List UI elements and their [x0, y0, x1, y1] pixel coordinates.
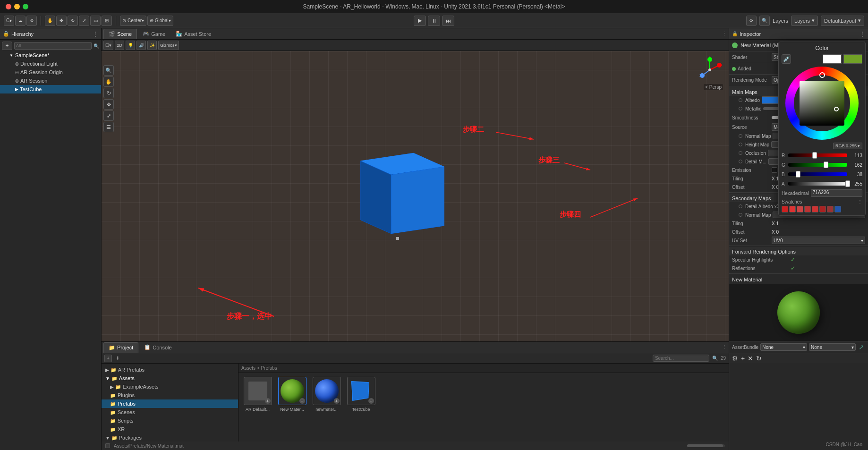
add-asset-btn[interactable]: + [104, 355, 112, 362]
scale-nav-btn[interactable]: ⤢ [103, 110, 114, 121]
scene-gizmos-btn[interactable]: Gizmos▾ [158, 41, 179, 50]
a-channel-track[interactable] [788, 182, 847, 186]
gizmo-widget[interactable]: Y X Z [696, 56, 724, 84]
zoom-in-btn[interactable]: 🔍 [103, 65, 114, 76]
pivot-btn[interactable]: ⊙ Center▾ [120, 16, 146, 26]
hierarchy-search-input[interactable]: All [14, 42, 92, 50]
play-button[interactable]: ▶ [414, 16, 426, 26]
inspector-delete-icon[interactable]: ✕ [748, 355, 753, 362]
maximize-button[interactable] [23, 4, 28, 9]
search-btn[interactable]: 🔍 [759, 16, 770, 26]
saturation-cursor[interactable] [834, 107, 839, 111]
asset-new-material[interactable]: + New Mater... [277, 377, 307, 412]
scene-fx-btn[interactable]: ✨ [147, 41, 157, 50]
hierarchy-scene-item[interactable]: ▼ SampleScene* [0, 51, 101, 59]
hand-tool[interactable]: ✋ [45, 16, 55, 26]
settings-btn[interactable]: ⚙ [26, 16, 37, 26]
tree-scenes[interactable]: 📁 Scenes [102, 408, 238, 416]
hierarchy-directional-light[interactable]: ◎ Directional Light [0, 59, 101, 68]
tree-example-assets[interactable]: ▶ 📁 ExampleAssets [102, 382, 238, 391]
swatch-red-4[interactable] [804, 206, 811, 212]
swatch-red-3[interactable] [797, 206, 803, 212]
layout-dropdown[interactable]: DefaultLayout ▾ [821, 16, 864, 26]
hierarchy-add-btn[interactable]: + [2, 42, 12, 50]
hue-ring[interactable] [785, 67, 859, 140]
layers-dropdown[interactable]: Layers ▾ [791, 16, 818, 26]
a-channel-thumb[interactable] [845, 180, 850, 187]
tree-xr[interactable]: 📁 XR [102, 425, 238, 433]
tab-scene[interactable]: 🎬 Scene [103, 29, 137, 39]
collab-btn[interactable]: ⟳ [746, 16, 757, 26]
tree-assets[interactable]: ▼ 📁 Assets [102, 374, 238, 382]
color-mode-dropdown[interactable]: RGB 0-255 ▾ [833, 143, 862, 149]
scene-audio-btn[interactable]: 🔊 [136, 41, 146, 50]
rotate-tool[interactable]: ↻ [68, 16, 78, 26]
scene-2d-btn[interactable]: 2D [115, 41, 124, 50]
hex-input[interactable]: 71A226 [811, 189, 862, 197]
inspector-settings-icon[interactable]: ⚙ [732, 355, 738, 362]
tree-packages[interactable]: ▼ 📁 Packages [102, 433, 238, 442]
multi-tool[interactable]: ⊞ [102, 16, 112, 26]
layers-nav-btn[interactable]: ☰ [103, 122, 114, 132]
eyedropper-btn[interactable]: 💉 [782, 54, 791, 64]
hierarchy-menu-icon[interactable]: ⋮ [93, 31, 98, 37]
b-channel-track[interactable] [788, 172, 847, 176]
scene-light-btn[interactable]: 💡 [126, 41, 135, 50]
step-button[interactable]: ⏭ [442, 16, 454, 26]
global-btn[interactable]: ⊕ Global▾ [147, 16, 173, 26]
reflections-check[interactable]: ✓ [791, 265, 795, 272]
tab-game[interactable]: 🎮 Game [138, 29, 170, 39]
minimize-button[interactable] [14, 4, 20, 9]
swatch-red-2[interactable] [789, 206, 796, 212]
hierarchy-ar-session-origin[interactable]: ◎ AR Session Origin [0, 68, 101, 76]
g-channel-track[interactable] [788, 163, 847, 167]
unity-menu-btn[interactable]: C▾ [4, 16, 14, 26]
swatches-menu-icon[interactable]: ⋮ [858, 199, 862, 204]
hand-nav-btn[interactable]: ✋ [103, 76, 114, 87]
g-channel-thumb[interactable] [824, 161, 828, 168]
emission-toggle[interactable] [772, 167, 777, 173]
asset-search-icon[interactable]: 🔍 [711, 355, 719, 362]
tab-asset-store[interactable]: 🏪 Asset Store [171, 29, 216, 39]
scale-tool[interactable]: ⤢ [79, 16, 89, 26]
tree-plugins[interactable]: 📁 Plugins [102, 391, 238, 399]
cloud-btn[interactable]: ☁ [15, 16, 26, 26]
move-tool[interactable]: ✥ [56, 16, 67, 26]
tree-ar-prefabs[interactable]: ▶ 📁 AR Prefabs [102, 365, 238, 374]
assetbundle-variant-dropdown[interactable]: None ▾ [809, 343, 856, 351]
b-channel-thumb[interactable] [796, 171, 800, 178]
swatch-blue-1[interactable] [834, 206, 841, 212]
swatch-red-7[interactable] [827, 206, 834, 212]
specular-check[interactable]: ✓ [791, 256, 795, 263]
r-channel-track[interactable] [788, 153, 847, 157]
hierarchy-ar-session[interactable]: ◎ AR Session [0, 76, 101, 85]
uv-set-dropdown[interactable]: UV0 ▾ [772, 237, 865, 244]
tab-console[interactable]: 📋 Console [139, 342, 176, 353]
asset-search-input[interactable] [653, 355, 709, 362]
move-nav-btn[interactable]: ✥ [103, 99, 114, 110]
swatch-red-1[interactable] [782, 206, 788, 212]
scene-draw-mode[interactable]: ☐▾ [103, 41, 113, 50]
rect-tool[interactable]: ▭ [90, 16, 101, 26]
pause-button[interactable]: ⏸ [428, 16, 440, 26]
asset-testcube[interactable]: + TestCube [346, 377, 376, 412]
inspector-refresh-icon[interactable]: ↻ [756, 355, 762, 362]
assetbundle-dropdown[interactable]: None ▾ [760, 343, 807, 351]
tree-scripts[interactable]: 📁 Scripts [102, 416, 238, 425]
tree-prefabs[interactable]: 📁 Prefabs [102, 399, 238, 408]
swatch-red-6[interactable] [819, 206, 826, 212]
scene-tab-menu[interactable]: ⋮ [722, 31, 727, 37]
r-channel-thumb[interactable] [812, 152, 817, 159]
swatch-red-5[interactable] [812, 206, 818, 212]
inspector-add-icon[interactable]: + [741, 355, 745, 362]
asset-newmater[interactable]: + newmater... [311, 377, 342, 412]
close-button[interactable] [6, 4, 11, 9]
tab-project[interactable]: 📁 Project [103, 342, 138, 353]
collapse-tree-btn[interactable]: ⬇ [114, 355, 121, 362]
inspector-menu-icon[interactable]: ⋮ [859, 31, 865, 37]
hierarchy-testcube[interactable]: ▶ TestCube [0, 85, 101, 93]
scene-view[interactable]: Y X Z < Persp [102, 51, 729, 341]
saturation-box[interactable] [800, 81, 844, 126]
bottom-tab-menu[interactable]: ⋮ [722, 344, 727, 350]
rotate-nav-btn[interactable]: ↻ [103, 88, 114, 98]
